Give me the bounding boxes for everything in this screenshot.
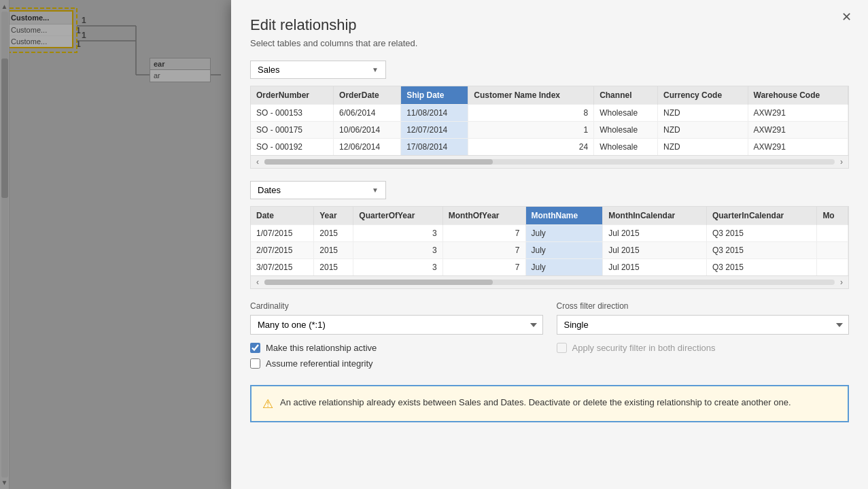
cell-shipdate: 12/07/2014 [401, 122, 468, 139]
cell-orderdate: 6/06/2014 [334, 105, 401, 122]
col-year: Year [314, 207, 353, 225]
warning-text: An active relationship already exists be… [280, 396, 791, 409]
col-quarterofyear: QuarterOfYear [353, 207, 443, 225]
table1: OrderNumber OrderDate Ship Date Customer… [251, 86, 848, 155]
integrity-checkbox[interactable] [250, 358, 260, 369]
cell-mo [817, 242, 848, 259]
cell-mo [817, 259, 848, 276]
scroll-right-icon[interactable]: › [837, 157, 846, 167]
table-row: SO - 000192 12/06/2014 17/08/2014 24 Who… [251, 139, 848, 156]
table-row: 3/07/2015 2015 3 7 July Jul 2015 Q3 2015 [251, 259, 848, 276]
integrity-checkbox-label: Assume referential integrity [266, 358, 373, 369]
col-monthname: MonthName [525, 207, 603, 225]
col-shipdate: Ship Date [401, 86, 468, 105]
security-checkbox-row: Apply security filter in both directions [557, 343, 850, 353]
cell-year: 2015 [314, 225, 353, 242]
cell-monthincalendar: Jul 2015 [603, 259, 707, 276]
col-channel: Channel [594, 86, 658, 105]
cell-quarterofyear: 3 [353, 225, 443, 242]
table2-dropdown-value: Dates [258, 185, 281, 195]
cell-year: 2015 [314, 242, 353, 259]
cell-date: 3/07/2015 [251, 259, 314, 276]
edit-relationship-dialog: ✕ Edit relationship Select tables and co… [231, 0, 868, 489]
table-row: 2/07/2015 2015 3 7 July Jul 2015 Q3 2015 [251, 242, 848, 259]
scroll-thumb [264, 159, 493, 165]
cell-monthofyear: 7 [442, 242, 525, 259]
security-checkbox-label: Apply security filter in both directions [572, 343, 716, 353]
cell-monthname: July [525, 225, 603, 242]
col-orderdate: OrderDate [334, 86, 401, 105]
cell-quarterofyear: 3 [353, 242, 443, 259]
col-warehousecode: Warehouse Code [748, 86, 848, 105]
col-monthofyear: MonthOfYear [442, 207, 525, 225]
table1-dropdown-container: Sales ▼ [250, 61, 849, 79]
integrity-checkbox-row: Assume referential integrity [250, 358, 543, 369]
col-customernameindex: Customer Name Index [468, 86, 594, 105]
cell-ordernumber: SO - 000175 [251, 122, 334, 139]
scroll2-right-icon[interactable]: › [837, 277, 846, 287]
cell-monthname: July [525, 259, 603, 276]
cell-monthincalendar: Jul 2015 [603, 242, 707, 259]
active-checkbox-row: Make this relationship active [250, 343, 543, 353]
cardinality-select[interactable]: Many to one (*:1) One to one (1:1) One t… [250, 315, 543, 335]
cell-monthincalendar: Jul 2015 [603, 225, 707, 242]
table2-scrollbar[interactable]: ‹ › [251, 275, 848, 288]
security-checkbox[interactable] [557, 343, 567, 353]
scroll-track[interactable] [264, 159, 835, 165]
table1-dropdown[interactable]: Sales ▼ [250, 61, 386, 79]
scroll-left-icon[interactable]: ‹ [254, 157, 262, 167]
crossfilter-select[interactable]: Single Both [557, 315, 850, 335]
scroll2-thumb [264, 280, 493, 285]
table2-body: 1/07/2015 2015 3 7 July Jul 2015 Q3 2015… [251, 225, 848, 276]
scroll2-left-icon[interactable]: ‹ [254, 277, 262, 287]
cell-ordernumber: SO - 000192 [251, 139, 334, 156]
table1-header: OrderNumber OrderDate Ship Date Customer… [251, 86, 848, 105]
col-quarterincalendar: QuarterInCalendar [706, 207, 816, 225]
close-button[interactable]: ✕ [836, 7, 857, 27]
col-ordernumber: OrderNumber [251, 86, 334, 105]
col-currencycode: Currency Code [658, 86, 748, 105]
table1-dropdown-value: Sales [258, 65, 280, 75]
cell-currencycode: NZD [658, 105, 748, 122]
table-row: SO - 000153 6/06/2014 11/08/2014 8 Whole… [251, 105, 848, 122]
col-date: Date [251, 207, 314, 225]
dropdown2-arrow-icon: ▼ [372, 186, 379, 194]
bottom-controls: Cardinality Many to one (*:1) One to one… [250, 301, 849, 374]
table2-dropdown[interactable]: Dates ▼ [250, 181, 386, 199]
cell-monthofyear: 7 [442, 259, 525, 276]
cardinality-section: Cardinality Many to one (*:1) One to one… [250, 301, 543, 374]
cell-warehousecode: AXW291 [748, 122, 848, 139]
cell-channel: Wholesale [594, 139, 658, 156]
warning-icon: ⚠ [262, 397, 273, 411]
cell-currencycode: NZD [658, 139, 748, 156]
cell-ordernumber: SO - 000153 [251, 105, 334, 122]
crossfilter-section: Cross filter direction Single Both Apply… [557, 301, 850, 374]
cell-customernameindex: 8 [468, 105, 594, 122]
cell-channel: Wholesale [594, 105, 658, 122]
cell-shipdate: 11/08/2014 [401, 105, 468, 122]
scroll2-track[interactable] [264, 280, 835, 285]
crossfilter-label: Cross filter direction [557, 301, 850, 311]
table2-dropdown-container: Dates ▼ [250, 181, 849, 199]
cell-quarterincalendar: Q3 2015 [706, 242, 816, 259]
table-row: 1/07/2015 2015 3 7 July Jul 2015 Q3 2015 [251, 225, 848, 242]
table1-body: SO - 000153 6/06/2014 11/08/2014 8 Whole… [251, 105, 848, 156]
cell-warehousecode: AXW291 [748, 105, 848, 122]
cell-customernameindex: 24 [468, 139, 594, 156]
col-mo: Mo [817, 207, 848, 225]
table1-scrollbar[interactable]: ‹ › [251, 155, 848, 168]
active-checkbox[interactable] [250, 343, 260, 353]
table2-wrapper: Date Year QuarterOfYear MonthOfYear Mont… [250, 206, 849, 289]
cell-currencycode: NZD [658, 122, 748, 139]
cell-monthofyear: 7 [442, 225, 525, 242]
cell-orderdate: 12/06/2014 [334, 139, 401, 156]
cell-quarterofyear: 3 [353, 259, 443, 276]
table1-wrapper: OrderNumber OrderDate Ship Date Customer… [250, 86, 849, 169]
warning-box: ⚠ An active relationship already exists … [250, 385, 849, 422]
cell-date: 1/07/2015 [251, 225, 314, 242]
cell-monthname: July [525, 242, 603, 259]
cell-warehousecode: AXW291 [748, 139, 848, 156]
cell-quarterincalendar: Q3 2015 [706, 259, 816, 276]
table2: Date Year QuarterOfYear MonthOfYear Mont… [251, 207, 848, 275]
cell-year: 2015 [314, 259, 353, 276]
